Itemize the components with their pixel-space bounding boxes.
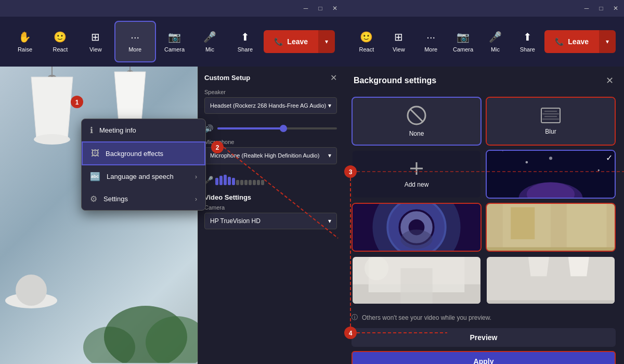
preview-button[interactable]: Preview xyxy=(352,328,616,347)
mic-level-indicator: 🎤 xyxy=(204,175,337,185)
phone-icon: 📞 xyxy=(274,37,283,46)
bg-img5-inner xyxy=(487,257,615,304)
speaker-select[interactable]: Headset (Rockerz 268 Hands-Free AG Audio… xyxy=(204,97,337,114)
bg-blur-item[interactable]: Blur xyxy=(486,97,616,146)
view-label: View xyxy=(89,46,102,53)
language-speech-item[interactable]: 🔤 Language and speech › xyxy=(82,165,205,188)
camera-btn[interactable]: 📷 Camera xyxy=(158,21,191,62)
background-effects-item[interactable]: 🖼 Background effects xyxy=(82,141,205,165)
mic-bar-1 xyxy=(215,178,218,185)
maximize-btn[interactable]: □ xyxy=(316,4,324,12)
mic-bar-5 xyxy=(232,178,235,185)
room-bg-svg xyxy=(487,204,615,251)
right-camera-btn[interactable]: 📷 Camera xyxy=(448,21,478,62)
bg-selected-item[interactable]: ✓ xyxy=(486,150,616,199)
right-camera-label: Camera xyxy=(453,46,473,53)
react-label: React xyxy=(53,46,68,53)
mic-bar-6 xyxy=(236,180,239,185)
right-react-btn[interactable]: 🙂 React xyxy=(352,21,382,62)
svg-point-36 xyxy=(526,161,528,164)
view-btn[interactable]: ⊞ View xyxy=(79,21,112,62)
right-maximize-btn[interactable]: □ xyxy=(597,4,605,12)
more-dropdown: ℹ Meeting info 🖼 Background effects 🔤 La… xyxy=(81,119,206,211)
leave-group: 📞 Leave ▾ xyxy=(264,30,335,53)
right-more-icon: ··· xyxy=(426,31,435,43)
bg-add-inner: Add new xyxy=(353,151,480,198)
svg-rect-60 xyxy=(487,300,615,304)
right-minimize-btn[interactable]: ─ xyxy=(582,4,591,12)
settings-item[interactable]: ⚙ Settings › xyxy=(82,188,205,210)
right-leave-button[interactable]: 📞 Leave xyxy=(544,30,599,53)
minimize-btn[interactable]: ─ xyxy=(302,4,310,12)
close-btn-left[interactable]: ✕ xyxy=(331,4,339,12)
svg-point-56 xyxy=(365,257,388,280)
meeting-info-label: Meeting info xyxy=(99,126,136,134)
mic-bar-7 xyxy=(240,180,243,185)
settings-icon: ⚙ xyxy=(90,194,97,204)
language-icon: 🔤 xyxy=(90,172,100,181)
bg-settings-close-btn[interactable]: ✕ xyxy=(606,75,614,86)
lamps-bg-svg xyxy=(487,257,615,304)
meeting-background: Custom Setup ✕ Speaker Headset (Rockerz … xyxy=(0,67,343,364)
right-share-btn[interactable]: ⬆ Share xyxy=(512,21,542,62)
more-label: More xyxy=(128,46,141,53)
bg-img5-item[interactable] xyxy=(486,256,616,305)
right-more-label: More xyxy=(424,46,437,53)
leave-chevron-btn[interactable]: ▾ xyxy=(318,30,335,53)
react-btn[interactable]: 🙂 React xyxy=(44,21,77,62)
left-titlebar: ─ □ ✕ xyxy=(0,0,343,17)
camera-label: Camera xyxy=(204,204,337,211)
settings-header: Custom Setup ✕ xyxy=(204,73,337,83)
volume-slider[interactable] xyxy=(217,127,337,129)
bg-img-1-inner: ✓ xyxy=(487,151,615,198)
right-phone-icon: 📞 xyxy=(555,37,564,46)
background-grid: None Blur xyxy=(343,93,624,309)
right-camera-icon: 📷 xyxy=(457,31,470,43)
info-circle-icon: ⓘ xyxy=(352,313,358,322)
right-close-btn[interactable]: ✕ xyxy=(612,4,620,12)
right-leave-chevron-btn[interactable]: ▾ xyxy=(599,30,616,53)
bg-blur-label: Blur xyxy=(545,128,556,135)
speaker-label: Speaker xyxy=(204,89,337,95)
settings-close-btn[interactable]: ✕ xyxy=(330,73,337,83)
camera-icon: 📷 xyxy=(168,31,181,43)
meeting-info-item[interactable]: ℹ Meeting info xyxy=(82,119,205,141)
microphone-value: Microphone (Realtek High Definition Audi… xyxy=(210,152,319,159)
bg-none-label: None xyxy=(409,130,424,137)
share-btn[interactable]: ⬆ Share xyxy=(228,21,262,62)
right-mic-btn[interactable]: 🎤 Mic xyxy=(480,21,511,62)
camera-select[interactable]: HP TrueVision HD ▾ xyxy=(204,213,337,229)
right-more-btn[interactable]: ··· More xyxy=(416,21,446,62)
background-icon: 🖼 xyxy=(91,149,99,158)
left-toolbar: ✋ Raise 🙂 React ⊞ View ··· More 📷 Camera… xyxy=(0,17,343,67)
microphone-group: Microphone Microphone (Realtek High Defi… xyxy=(204,139,337,164)
raise-icon: ✋ xyxy=(18,31,31,43)
camera-label: Camera xyxy=(164,46,185,53)
camera-value: HP TrueVision HD xyxy=(210,217,261,225)
raise-btn[interactable]: ✋ Raise xyxy=(8,21,42,62)
right-view-btn[interactable]: ⊞ View xyxy=(384,21,414,62)
mic-bar-4 xyxy=(228,177,231,185)
mic-bar-11 xyxy=(257,180,260,185)
mic-left-label: Mic xyxy=(205,46,214,53)
bg-add-item[interactable]: Add new xyxy=(352,150,482,199)
settings-title: Custom Setup xyxy=(204,74,250,82)
bg-img4-inner xyxy=(353,257,480,304)
mic-bar-9 xyxy=(249,180,252,185)
right-leave-label: Leave xyxy=(568,37,589,46)
leave-button[interactable]: 📞 Leave xyxy=(264,30,318,53)
mic-left-btn[interactable]: 🎤 Mic xyxy=(193,21,227,62)
more-btn[interactable]: ··· More xyxy=(114,21,156,62)
bg-img2-item[interactable] xyxy=(352,203,482,252)
bg-none-item[interactable]: None xyxy=(352,97,482,146)
right-view-label: View xyxy=(393,46,405,53)
bg-img3-item[interactable] xyxy=(486,203,616,252)
right-react-label: React xyxy=(359,46,374,53)
microphone-select[interactable]: Microphone (Realtek High Definition Audi… xyxy=(204,147,337,164)
bg-settings-title: Background settings xyxy=(354,76,436,85)
bg-img3-inner xyxy=(487,204,615,251)
svg-point-2 xyxy=(34,134,70,145)
add-icon xyxy=(408,160,425,177)
apply-button[interactable]: Apply xyxy=(352,351,616,364)
bg-img4-item[interactable] xyxy=(352,256,482,305)
